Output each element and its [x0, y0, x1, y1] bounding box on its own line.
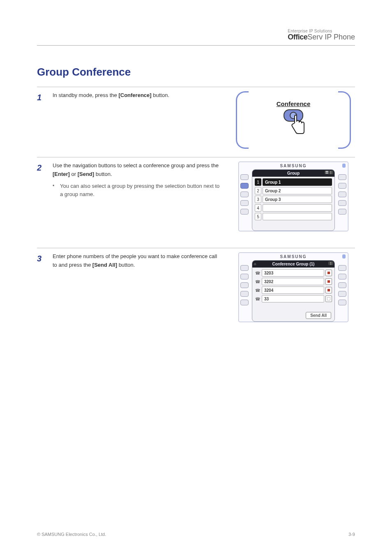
side-button-icon	[240, 200, 249, 206]
side-button-icon	[338, 300, 346, 305]
stop-icon	[325, 270, 332, 276]
top-rule	[37, 45, 355, 46]
bullet-dot: •	[53, 182, 60, 190]
phone-mock-group: SAMSUNG	[238, 162, 348, 231]
side-button-icon	[338, 200, 346, 206]
bullet: • You can also select a group by pressin…	[53, 182, 221, 199]
list-row: ☎3202	[255, 278, 332, 285]
list-row: ☎33	[255, 295, 332, 302]
stop-icon	[325, 287, 332, 293]
step-illustration: Conference	[232, 91, 355, 149]
section-title: Group Conference	[37, 66, 355, 78]
stop-icon	[325, 278, 332, 285]
home-icon: ⌂	[254, 262, 256, 266]
side-button-icon	[338, 282, 346, 288]
step-text: Enter phone numbers of the people you wa…	[53, 252, 226, 270]
phone-icon: ☎	[255, 295, 261, 302]
bracket-right	[338, 91, 351, 149]
step-1: 1 In standby mode, press the [Conference…	[37, 87, 355, 157]
side-button-icon	[240, 209, 249, 215]
side-button-icon	[338, 183, 346, 189]
phone-hole-icon	[342, 254, 346, 259]
side-button-icon	[240, 282, 249, 288]
brand-sub: IP Phone	[323, 33, 355, 41]
screen-title: ☰ ⋮ Group	[252, 170, 334, 177]
phone-brand: SAMSUNG	[241, 164, 346, 168]
title-icons-icon: ☰ ⋮	[325, 171, 333, 174]
step-text: In standby mode, press the [Conference] …	[53, 91, 226, 100]
side-button-icon	[240, 300, 249, 305]
step-3: 3 Enter phone numbers of the people you …	[37, 248, 355, 339]
stop-icon	[325, 295, 332, 302]
list-row: ☎3204	[255, 286, 332, 294]
step-2: 2 Use the navigation buttons to select a…	[37, 157, 355, 248]
step-number: 3	[37, 252, 47, 263]
list-row: 1Group 1	[255, 178, 332, 186]
phone-right-buttons	[338, 174, 346, 215]
step-text: Use the navigation buttons to select a c…	[53, 162, 226, 199]
list-row: ☎3203	[255, 269, 332, 277]
hand-pointer-icon	[288, 114, 308, 137]
phone-icon: ☎	[255, 287, 261, 293]
page-footer: © SAMSUNG Electronics Co., Ltd. 3-9	[37, 532, 355, 537]
phone-icon: ☎	[255, 270, 261, 276]
list-row: 2Group 2	[255, 187, 332, 194]
side-button-icon	[338, 265, 346, 271]
side-button-icon	[240, 192, 249, 197]
phone-screen: ⌂ ⋮ Conference Group (1) ☎3203 ☎3202 ☎32…	[252, 260, 335, 322]
phone-left-buttons	[240, 265, 249, 305]
phone-left-buttons	[240, 174, 249, 215]
step-illustration: SAMSUNG	[232, 252, 355, 322]
conference-illustration: Conference	[236, 91, 351, 149]
phone-hole-icon	[342, 164, 346, 168]
bracket-left	[236, 91, 249, 149]
copyright: © SAMSUNG Electronics Co., Ltd.	[37, 532, 106, 537]
side-button-icon	[338, 274, 346, 279]
phone-icon: ☎	[255, 278, 261, 285]
brand-big: OfficeServ IP Phone	[288, 33, 355, 42]
conference-label: Conference	[277, 100, 311, 107]
phone-screen: ☰ ⋮ Group 1Group 1 2Group 2 3Group 3 4 5	[252, 169, 335, 231]
phone-brand: SAMSUNG	[241, 254, 346, 259]
side-button-icon	[240, 183, 249, 189]
step-number: 2	[37, 162, 47, 173]
bullet-text: You can also select a group by pressing …	[60, 182, 221, 199]
phone-right-buttons	[338, 265, 346, 305]
send-all-button: Send All	[306, 312, 331, 319]
step-illustration: SAMSUNG	[232, 162, 355, 231]
side-button-icon	[338, 192, 346, 197]
list-row: 5	[255, 213, 332, 220]
title-icons-icon: ⋮	[328, 261, 333, 265]
page-number: 3-9	[348, 532, 355, 537]
list-row: 4	[255, 204, 332, 212]
side-button-icon	[338, 291, 346, 297]
side-button-icon	[240, 265, 249, 271]
screen-title: ⌂ ⋮ Conference Group (1)	[252, 261, 334, 268]
list-row: 3Group 3	[255, 196, 332, 203]
step-number: 1	[37, 91, 47, 102]
brand-bold: Office	[288, 33, 307, 41]
side-button-icon	[338, 209, 346, 215]
side-button-icon	[240, 291, 249, 297]
side-button-icon	[338, 174, 346, 180]
side-button-icon	[240, 274, 249, 279]
side-button-icon	[240, 174, 249, 180]
brand-block: Enterprise IP Solutions OfficeServ IP Ph…	[288, 29, 355, 42]
phone-mock-conference: SAMSUNG	[238, 252, 348, 322]
brand-serv: Serv	[307, 33, 323, 41]
